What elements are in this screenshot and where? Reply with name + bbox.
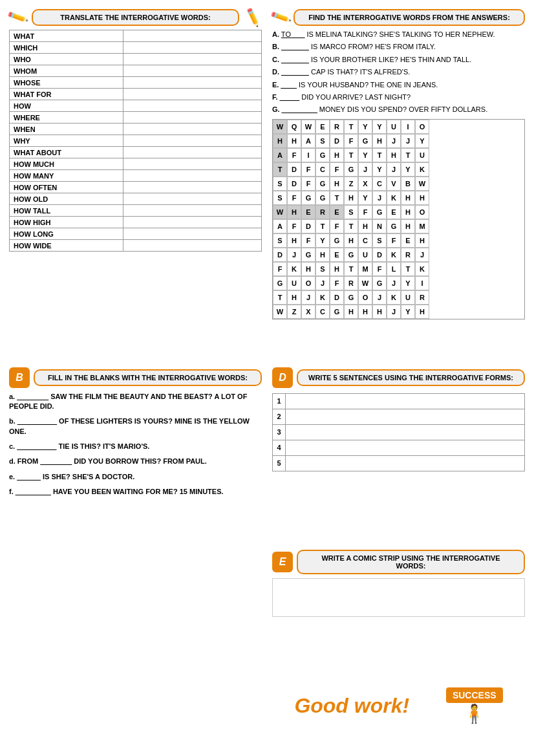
sentence-row[interactable]: 2 (273, 409, 525, 424)
ws-cell: E (401, 233, 415, 248)
sentence-text[interactable] (286, 409, 525, 424)
translate-answer[interactable] (123, 217, 262, 228)
ws-cell: B (401, 177, 415, 191)
ws-cell: E (330, 205, 344, 219)
ws-cell: I (415, 276, 429, 290)
section-c-header: B FILL IN THE BLANKS WITH THE INTERROGAT… (9, 367, 262, 388)
translate-answer[interactable] (123, 42, 262, 54)
sentence-row[interactable]: 1 (273, 393, 525, 409)
section-c: B FILL IN THE BLANKS WITH THE INTERROGAT… (6, 365, 264, 543)
ws-cell: G (301, 248, 315, 262)
ws-cell: S (273, 191, 287, 205)
sentence-number: 1 (273, 393, 286, 409)
translate-table: WHATWHICHWHOWHOMWHOSEWHAT FORHOWWHEREWHE… (9, 30, 262, 252)
ws-cell: G (315, 177, 330, 191)
fill-item: f. _________ HAVE YOU BEEN WAITING FOR M… (9, 487, 262, 497)
ws-cell: E (301, 205, 315, 219)
ws-cell: D (287, 177, 301, 191)
ws-cell: G (358, 134, 372, 148)
ws-cell: X (301, 305, 315, 319)
ws-cell: R (344, 276, 358, 290)
ws-cell: I (301, 148, 315, 162)
translate-answer[interactable] (123, 89, 262, 100)
find-item: E. ____ IS YOUR HUSBAND? THE ONE IN JEAN… (272, 80, 525, 90)
ws-cell: G (315, 148, 330, 162)
translate-answer[interactable] (123, 240, 262, 252)
comic-strip-area (272, 578, 525, 617)
translate-answer[interactable] (123, 205, 262, 217)
ws-cell: Y (401, 305, 415, 319)
ws-cell: J (387, 276, 401, 290)
ws-cell: F (287, 148, 301, 162)
sentence-row[interactable]: 5 (273, 455, 525, 471)
person-icon: 🧍 (463, 703, 486, 724)
sentence-text[interactable] (286, 455, 525, 471)
translate-answer[interactable] (123, 228, 262, 240)
fill-item: d. FROM ________ DID YOU BORROW THIS? FR… (9, 457, 262, 466)
translate-answer[interactable] (123, 65, 262, 77)
ws-cell: W (415, 177, 429, 191)
ws-cell: F (344, 134, 358, 148)
ws-cell: R (401, 248, 415, 262)
ws-cell: H (330, 262, 344, 276)
translate-answer[interactable] (123, 158, 262, 170)
ws-cell: W (273, 205, 287, 219)
ws-cell: X (358, 177, 372, 191)
sentence-text[interactable] (286, 440, 525, 455)
ws-cell: M (358, 262, 372, 276)
ws-cell: K (387, 248, 401, 262)
translate-answer[interactable] (123, 135, 262, 147)
ws-cell: A (273, 219, 287, 233)
ws-cell: F (358, 205, 372, 219)
translate-word: WHERE (10, 112, 123, 124)
sentences-table: 12345 (272, 393, 525, 471)
translate-answer[interactable] (123, 124, 262, 135)
fill-item: e. ______ IS SHE? SHE'S A DOCTOR. (9, 472, 262, 482)
ws-cell: Q (287, 120, 301, 134)
ws-cell: G (344, 290, 358, 305)
translate-answer[interactable] (123, 193, 262, 205)
fill-item: b. __________ OF THESE LIGHTERS IS YOURS… (9, 416, 262, 437)
ws-cell: H (344, 233, 358, 248)
translate-answer[interactable] (123, 100, 262, 112)
translate-answer[interactable] (123, 182, 262, 193)
sentence-row[interactable]: 3 (273, 424, 525, 440)
pencil-icon-a2: ✏️ (242, 6, 264, 28)
ws-cell: J (415, 248, 429, 262)
ws-cell: O (415, 120, 429, 134)
translate-word: HOW TALL (10, 205, 123, 217)
ws-cell: U (387, 120, 401, 134)
translate-answer[interactable] (123, 112, 262, 124)
section-c-title: FILL IN THE BLANKS WITH THE INTERROGATIV… (34, 369, 262, 386)
fill-item: c. __________ TIE IS THIS? IT'S MARIO'S. (9, 442, 262, 451)
translate-word: WHICH (10, 42, 123, 54)
translate-answer[interactable] (123, 170, 262, 182)
ws-cell: N (372, 219, 387, 233)
section-e: E WRITE A COMIC STRIP USING THE INTERROG… (270, 547, 528, 657)
ws-cell: W (358, 276, 372, 290)
translate-answer[interactable] (123, 147, 262, 158)
translate-word: HOW (10, 100, 123, 112)
ws-cell: A (273, 148, 287, 162)
ws-cell: Y (358, 148, 372, 162)
ws-cell: J (301, 290, 315, 305)
ws-cell: J (387, 305, 401, 319)
sentence-text[interactable] (286, 424, 525, 440)
ws-cell: F (330, 276, 344, 290)
translate-answer[interactable] (123, 30, 262, 42)
ws-cell: J (387, 134, 401, 148)
translate-answer[interactable] (123, 77, 262, 89)
ws-cell: J (372, 290, 387, 305)
sentence-text[interactable] (286, 393, 525, 409)
ws-cell: G (344, 248, 358, 262)
ws-cell: Z (344, 177, 358, 191)
ws-cell: F (301, 177, 315, 191)
ws-cell: W (273, 305, 287, 319)
find-item: B. _______ IS MARCO FROM? HE'S FROM ITAL… (272, 42, 525, 52)
translate-word: HOW HIGH (10, 217, 123, 228)
translate-answer[interactable] (123, 54, 262, 65)
ws-cell: K (415, 162, 429, 177)
ws-cell: C (315, 162, 330, 177)
pencil-icon-b: ✏️ (270, 6, 292, 29)
sentence-row[interactable]: 4 (273, 440, 525, 455)
